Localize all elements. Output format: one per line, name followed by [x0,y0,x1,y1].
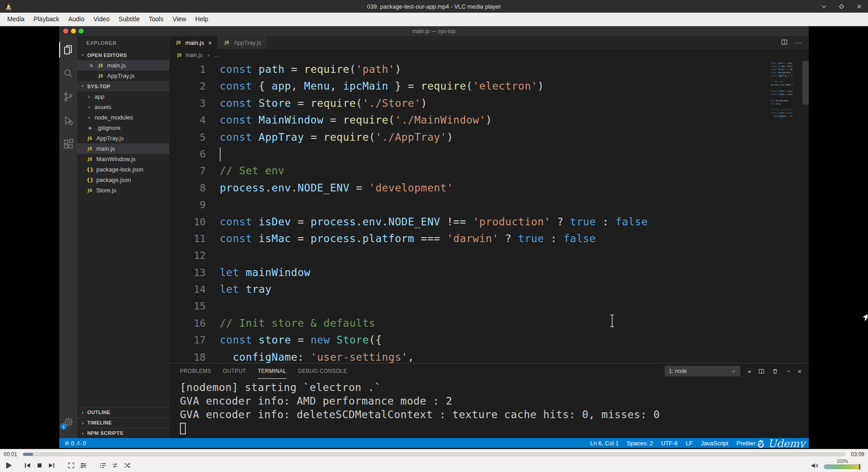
maximize-panel-button[interactable]: › [785,368,791,375]
file-package-json[interactable]: {}package.json [77,175,170,185]
status-javascript[interactable]: JavaScript [701,440,728,447]
folder-node-modules[interactable]: ›node_modules [77,112,170,123]
close-panel-button[interactable]: × [797,367,802,375]
breadcrumb[interactable]: JS main.js › … [170,49,809,61]
terminal[interactable]: [nodemon] starting `electron .`GVA encod… [170,379,809,438]
menu-view[interactable]: View [168,13,191,26]
activity-search[interactable] [59,62,77,85]
code-line[interactable]: 15 [170,298,809,315]
open-editor-main-js[interactable]: ×JSmain.js [77,60,170,71]
folder-app[interactable]: ›app [77,91,170,102]
code-editor[interactable]: 1const path = require('path')2const { ap… [170,61,809,363]
file-package-lock-json[interactable]: {}package-lock.json [77,164,170,175]
volume-slider[interactable] [824,464,861,469]
breadcrumb-item-file[interactable]: main.js [185,52,203,58]
code-line[interactable]: 6 [170,146,809,162]
problems-indicator[interactable]: ⊘ 0 ⚠ 0 [65,440,86,447]
code-line[interactable]: 8process.env.NODE_ENV = 'development' [170,180,809,196]
kill-terminal-button[interactable] [772,368,778,375]
section-npm-scripts[interactable]: ›NPM SCRIPTS [77,428,170,438]
close-tab-icon[interactable]: × [208,39,212,47]
status-utf-8[interactable]: UTF-8 [661,440,678,447]
minimap[interactable]: const path = require('path')const { app,… [771,62,793,118]
code-line[interactable]: 11const isMac = process.platform === 'da… [170,230,809,247]
traffic-minimize-button[interactable] [71,29,76,33]
play-button[interactable] [3,459,15,472]
open-editor-apptray-js[interactable]: JSAppTray.js [77,71,170,81]
extended-settings-button[interactable] [77,459,90,472]
terminal-output: [nodemon] starting `electron .`GVA encod… [180,381,809,421]
split-terminal-button[interactable] [758,368,765,375]
code-line[interactable]: 12 [170,247,809,264]
folder-assets[interactable]: ›assets [77,102,170,112]
activity-source-control[interactable] [59,85,77,109]
tab-main-js[interactable]: JSmain.js× [170,36,218,49]
loop-button[interactable] [109,459,121,472]
activity-run-debug[interactable] [59,109,77,132]
code-line[interactable]: 4const MainWindow = require('./MainWindo… [170,112,809,129]
seek-slider[interactable] [23,453,845,456]
section-outline[interactable]: ›OUTLINE [77,407,170,417]
random-button[interactable] [121,459,133,472]
menu-subtitle[interactable]: Subtitle [114,13,144,26]
status-lf[interactable]: LF [686,440,693,447]
manage-gear-button[interactable]: 1 [59,413,77,431]
code-line[interactable]: 14let tray [170,281,809,298]
status-spaces-2[interactable]: Spaces: 2 [627,440,653,447]
playlist-button[interactable] [97,459,109,472]
file-main-js[interactable]: JSmain.js [77,143,170,154]
file-apptray-js[interactable]: JSAppTray.js [77,133,170,143]
split-editor-button[interactable] [781,38,788,47]
menu-playback[interactable]: Playback [29,13,64,26]
activity-explorer[interactable] [59,38,77,62]
menu-tools[interactable]: Tools [144,13,168,26]
code-line[interactable]: 13let mainWindow [170,264,809,281]
mute-button[interactable] [808,459,821,472]
video-surface[interactable]: main.js — sys-top [59,26,809,448]
next-button[interactable] [46,459,58,472]
project-section-header[interactable]: › SYS-TOP [77,81,170,91]
menu-help[interactable]: Help [191,13,213,26]
breadcrumb-item-symbol[interactable]: … [214,52,220,58]
code-line[interactable]: 2const { app, Menu, ipcMain } = require(… [170,78,809,95]
close-button[interactable] [856,3,863,10]
stop-button[interactable] [33,459,46,472]
panel-tab-debug-console[interactable]: DEBUG CONSOLE [298,363,347,379]
panel-tab-terminal[interactable]: TERMINAL [258,363,286,379]
activity-extensions[interactable] [59,132,77,156]
traffic-zoom-button[interactable] [79,29,84,33]
code-line[interactable]: 3const Store = require('./Store') [170,95,809,112]
vscode-main: 1 EXPLORER › OPEN EDITORS ×JSmain.jsJSAp… [59,36,809,438]
maximize-restore-button[interactable] [838,3,845,10]
close-editor-icon[interactable]: × [88,62,94,69]
code-line[interactable]: 5const AppTray = require('./AppTray') [170,129,809,146]
volume-slider-handle[interactable] [859,464,860,470]
code-line[interactable]: 18 configName: 'user-settings', [170,349,809,363]
section-timeline[interactable]: ›TIMELINE [77,417,170,428]
menu-audio[interactable]: Audio [64,13,89,26]
new-terminal-button[interactable]: + [747,367,751,375]
panel-tab-output[interactable]: OUTPUT [223,363,246,379]
fullscreen-button[interactable] [65,459,77,472]
file-store-js[interactable]: JSStore.js [77,185,170,195]
code-line[interactable]: 10const isDev = process.env.NODE_ENV !==… [170,214,809,230]
editor-more-actions-button[interactable]: ··· [795,39,802,46]
menu-media[interactable]: Media [3,13,29,26]
terminal-shell-select[interactable]: 1: node › [665,366,741,377]
code-line[interactable]: 9 [170,196,809,213]
minimize-button[interactable] [821,3,827,10]
editor-scrollbar[interactable] [802,61,809,105]
previous-button[interactable] [21,459,33,472]
tab-apptray-js[interactable]: JSAppTray.js [218,36,267,49]
code-line[interactable]: 1const path = require('path') [170,61,809,78]
status-ln-6-col-1[interactable]: Ln 6, Col 1 [590,440,619,447]
code-line[interactable]: 17const store = new Store({ [170,332,809,348]
open-editors-header[interactable]: › OPEN EDITORS [77,50,170,60]
code-line[interactable]: 16// Init store & defaults [170,315,809,332]
file-mainwindow-js[interactable]: JSMainWindow.js [77,154,170,164]
file-gitignore[interactable]: ◆.gitignore [77,123,170,133]
panel-tab-problems[interactable]: PROBLEMS [180,363,211,379]
menu-video[interactable]: Video [89,13,114,26]
traffic-close-button[interactable] [63,29,68,33]
code-line[interactable]: 7// Set env [170,162,809,179]
